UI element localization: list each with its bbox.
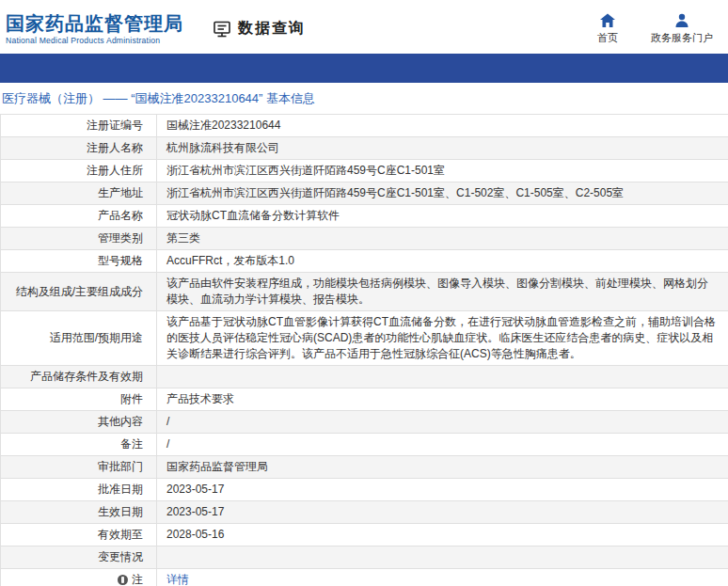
row-label: 结构及组成/主要组成成分 [1, 273, 157, 310]
table-row: 产品名称冠状动脉CT血流储备分数计算软件 [1, 205, 728, 228]
note-icon [118, 575, 128, 585]
table-row: 生效日期2023-05-17 [1, 501, 728, 524]
row-label: 管理类别 [1, 228, 157, 249]
row-label: 有效期至 [1, 524, 157, 546]
table-row: 注册人住所浙江省杭州市滨江区西兴街道阡陌路459号C座C1-501室 [1, 160, 728, 182]
row-label: 变更情况 [1, 546, 157, 568]
row-value: 2023-05-17 [157, 501, 728, 523]
table-row: 审批部门国家药品监督管理局 [1, 456, 728, 479]
site-header: 国家药品监督管理局 National Medical Products Admi… [0, 0, 728, 54]
row-label: 其他内容 [1, 411, 157, 433]
row-value: 2028-05-16 [157, 524, 728, 546]
nav-item-portal[interactable]: 政务服务门户 [651, 12, 713, 45]
info-table: 注册证编号国械注准20233210644注册人名称杭州脉流科技有限公司注册人住所… [0, 114, 728, 586]
row-label: 注册人住所 [1, 160, 157, 182]
table-row: 注册人名称杭州脉流科技有限公司 [1, 137, 728, 160]
row-value: 2023-05-17 [157, 479, 728, 500]
nav-item-label: 首页 [597, 31, 618, 45]
row-value: 该产品基于冠状动脉CT血管影像计算获得CT血流储备分数，在进行冠状动脉血管造影检… [157, 311, 728, 365]
table-row: 适用范围/预期用途该产品基于冠状动脉CT血管影像计算获得CT血流储备分数，在进行… [1, 311, 728, 366]
row-value: 浙江省杭州市滨江区西兴街道阡陌路459号C座C1-501室 [157, 160, 728, 182]
section-title: 数据查询 [238, 19, 306, 39]
row-label: 适用范围/预期用途 [1, 311, 157, 365]
row-value: 冠状动脉CT血流储备分数计算软件 [157, 205, 728, 227]
table-row: 型号规格AccuFFRct，发布版本1.0 [1, 250, 728, 273]
table-row: 产品储存条件及有效期 [1, 366, 728, 388]
home-icon [599, 12, 616, 29]
row-value: 国械注准20233210644 [157, 115, 728, 136]
row-value: 杭州脉流科技有限公司 [157, 137, 728, 159]
section-data-query: 数据查询 [212, 19, 306, 40]
table-row: 附件产品技术要求 [1, 388, 728, 411]
main-nav-bar [0, 54, 728, 83]
row-value: 浙江省杭州市滨江区西兴街道阡陌路459号C座C1-501室、C1-502室、C1… [157, 182, 728, 204]
row-label: 批准日期 [1, 479, 157, 500]
nav-item-label: 政务服务门户 [651, 31, 713, 45]
row-value: 第三类 [157, 228, 728, 249]
row-value: 详情 [157, 569, 728, 586]
top-nav: 首页 政务服务门户 [589, 12, 719, 45]
table-row: 变更情况 [1, 546, 728, 569]
table-row: 注册证编号国械注准20233210644 [1, 115, 728, 137]
row-label: 型号规格 [1, 250, 157, 272]
row-value: AccuFFRct，发布版本1.0 [157, 250, 728, 272]
site-logo[interactable]: 国家药品监督管理局 National Medical Products Admi… [6, 12, 183, 45]
row-value: 国家药品监督管理局 [157, 456, 728, 478]
table-row: 结构及组成/主要组成成分该产品由软件安装程序组成，功能模块包括病例模块、图像导入… [1, 273, 728, 311]
table-row: 批准日期2023-05-17 [1, 479, 728, 501]
row-label: 注册证编号 [1, 115, 157, 136]
table-row: 生产地址浙江省杭州市滨江区西兴街道阡陌路459号C座C1-501室、C1-502… [1, 182, 728, 205]
table-row: 有效期至2028-05-16 [1, 524, 728, 546]
site-subtitle: National Medical Products Administration [6, 36, 183, 45]
detail-link[interactable]: 详情 [166, 573, 189, 586]
row-value: / [157, 411, 728, 433]
row-value: / [157, 434, 728, 455]
row-value: 该产品由软件安装程序组成，功能模块包括病例模块、图像导入模块、图像分割模块、前处… [157, 273, 728, 310]
nav-item-home[interactable]: 首页 [589, 12, 626, 45]
breadcrumb: 医疗器械（注册） —— “国械注准20233210644” 基本信息 [0, 83, 728, 114]
table-row: 管理类别第三类 [1, 228, 728, 250]
row-label: 备注 [1, 434, 157, 455]
row-label: 产品名称 [1, 205, 157, 227]
table-row: 注详情 [1, 569, 728, 586]
row-label: 注 [1, 569, 157, 586]
row-label: 附件 [1, 388, 157, 410]
row-label: 审批部门 [1, 456, 157, 478]
row-label: 生效日期 [1, 501, 157, 523]
row-value [157, 366, 728, 388]
row-value [157, 546, 728, 568]
row-label: 生产地址 [1, 182, 157, 204]
data-query-icon [212, 19, 232, 40]
row-label: 注册人名称 [1, 137, 157, 159]
row-label: 产品储存条件及有效期 [1, 366, 157, 388]
table-row: 备注/ [1, 434, 728, 456]
site-title: 国家药品监督管理局 [6, 12, 183, 35]
user-icon [673, 12, 690, 29]
row-value: 产品技术要求 [157, 388, 728, 410]
table-row: 其他内容/ [1, 411, 728, 434]
